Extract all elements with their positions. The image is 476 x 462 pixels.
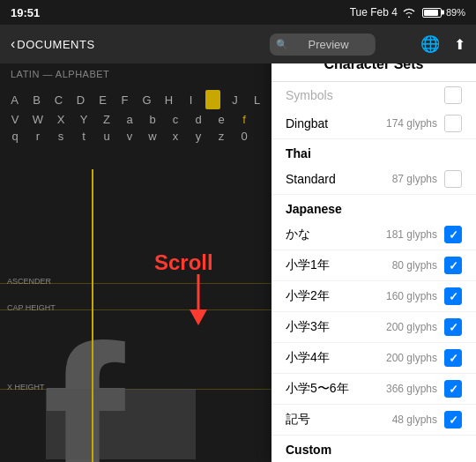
sub-header-text: LATIN — ALPHABET <box>11 69 109 79</box>
battery-fill <box>424 10 438 16</box>
kigo-row: 記号 48 glyphs <box>271 405 476 436</box>
char-cell: q <box>7 130 23 143</box>
char-cell: A <box>7 93 22 107</box>
shogaku4-label: 小学4年 <box>286 350 386 366</box>
shogaku56-checkbox[interactable] <box>444 380 462 398</box>
back-chevron-icon: ‹ <box>11 36 15 52</box>
nav-back-button[interactable]: ‹ DOCUMENTS <box>11 36 95 52</box>
custom-section-header: Custom <box>271 436 476 456</box>
char-cell: W <box>30 113 46 126</box>
status-bar: 19:51 Tue Feb 4 89% <box>0 0 476 25</box>
thai-standard-row: Standard 87 glyphs <box>271 164 476 195</box>
shogaku2-row: 小学2年 160 glyphs <box>271 281 476 312</box>
char-cell: s <box>53 130 69 143</box>
char-cell: Y <box>76 113 92 126</box>
char-cell: b <box>145 113 160 126</box>
wifi-icon <box>402 7 416 18</box>
guide-line-cap <box>0 309 271 310</box>
char-cell: d <box>190 113 206 126</box>
char-cell: 0 <box>236 130 252 143</box>
kigo-checkbox[interactable] <box>444 411 462 428</box>
char-grid: A B C D E F G H I J L V W X Y Z a b c d … <box>0 85 271 152</box>
shogaku56-label: 小学5〜6年 <box>286 381 386 397</box>
share-icon[interactable]: ⬆ <box>454 36 465 53</box>
shogaku2-checkbox[interactable] <box>444 287 462 305</box>
scroll-arrow <box>185 274 212 331</box>
kigo-label: 記号 <box>286 412 392 428</box>
panel-scroll[interactable]: Symbols Dingbat 174 glyphs Thai Standard… <box>271 82 476 456</box>
kigo-count: 48 glyphs <box>392 414 437 426</box>
shogaku2-label: 小学2年 <box>286 288 386 304</box>
kana-checkbox[interactable] <box>444 226 462 243</box>
char-cell: f <box>236 113 252 126</box>
char-cell: v <box>122 130 138 143</box>
status-time: 19:51 <box>11 6 40 19</box>
svg-marker-1 <box>190 309 207 325</box>
battery-percent: 89% <box>446 7 465 18</box>
shogaku56-count: 366 glyphs <box>386 383 437 395</box>
thai-section-header: Thai <box>271 139 476 164</box>
japanese-section-header: Japanese <box>271 195 476 220</box>
guide-line-vertical <box>92 169 93 462</box>
guide-line-ascender <box>0 283 271 284</box>
nav-back-label: DOCUMENTS <box>17 38 94 51</box>
char-cell: X <box>53 113 69 126</box>
character-sets-panel: Character Sets Symbols Dingbat 174 glyph… <box>271 44 476 462</box>
char-cell: L <box>249 93 264 107</box>
char-row: A B C D E F G H I J L <box>7 90 264 109</box>
thai-standard-checkbox[interactable] <box>444 170 462 188</box>
char-cell: I <box>183 93 198 107</box>
shogaku2-count: 160 glyphs <box>386 290 437 302</box>
char-cell: B <box>29 93 44 107</box>
nav-search-bar[interactable]: 🔍 Preview <box>269 34 375 56</box>
thai-standard-label: Standard <box>286 172 392 186</box>
char-cell: Z <box>99 113 115 126</box>
globe-icon[interactable]: 🌐 <box>420 34 440 54</box>
char-cell: H <box>161 93 176 107</box>
shogaku56-row: 小学5〜6年 366 glyphs <box>271 374 476 405</box>
battery-icon <box>422 8 442 18</box>
thai-standard-count: 87 glyphs <box>392 173 437 185</box>
shogaku3-label: 小学3年 <box>286 319 386 335</box>
char-cell: C <box>51 93 66 107</box>
char-cell: G <box>139 93 154 107</box>
char-cell: w <box>145 130 160 143</box>
shogaku4-count: 200 glyphs <box>386 352 437 364</box>
char-row: q r s t u v w x y z 0 <box>7 130 264 143</box>
main-content: A B C D E F G H I J L V W X Y Z a b c d … <box>0 85 271 462</box>
char-cell: r <box>30 130 46 143</box>
char-cell: E <box>95 93 110 107</box>
dingbat-count: 174 glyphs <box>386 117 437 130</box>
search-icon: 🔍 <box>276 39 288 50</box>
baseline-box <box>46 389 196 459</box>
char-cell: D <box>73 93 88 107</box>
status-right: Tue Feb 4 89% <box>350 6 465 19</box>
dingbat-checkbox[interactable] <box>444 115 462 132</box>
nav-right-icons: 🌐 ⬆ <box>420 34 465 54</box>
char-cell: y <box>190 130 206 143</box>
char-cell: c <box>167 113 183 126</box>
char-cell-highlighted <box>205 90 220 109</box>
char-cell: V <box>7 113 23 126</box>
status-day: Tue Feb 4 <box>350 6 398 19</box>
shogaku4-row: 小学4年 200 glyphs <box>271 343 476 374</box>
symbols-partial-row: Symbols <box>271 82 476 108</box>
symbols-label: Symbols <box>286 88 437 102</box>
char-cell: z <box>213 130 229 143</box>
kana-row: かな 181 glyphs <box>271 220 476 250</box>
shogaku4-checkbox[interactable] <box>444 349 462 367</box>
shogaku1-checkbox[interactable] <box>444 257 462 274</box>
nav-bar: ‹ DOCUMENTS 🔍 Preview 🌐 ⬆ <box>0 25 476 63</box>
shogaku3-row: 小学3年 200 glyphs <box>271 312 476 343</box>
char-cell: e <box>213 113 229 126</box>
char-row: V W X Y Z a b c d e f <box>7 113 264 126</box>
scroll-label: Scroll <box>154 250 213 275</box>
dingbat-label: Dingbat <box>286 116 386 130</box>
nav-search-placeholder: Preview <box>295 38 348 51</box>
dingbat-row: Dingbat 174 glyphs <box>271 108 476 139</box>
symbols-checkbox[interactable] <box>444 86 462 104</box>
shogaku3-checkbox[interactable] <box>444 318 462 336</box>
shogaku1-label: 小学1年 <box>286 257 392 273</box>
char-cell: F <box>117 93 132 107</box>
shogaku1-count: 80 glyphs <box>392 259 437 272</box>
